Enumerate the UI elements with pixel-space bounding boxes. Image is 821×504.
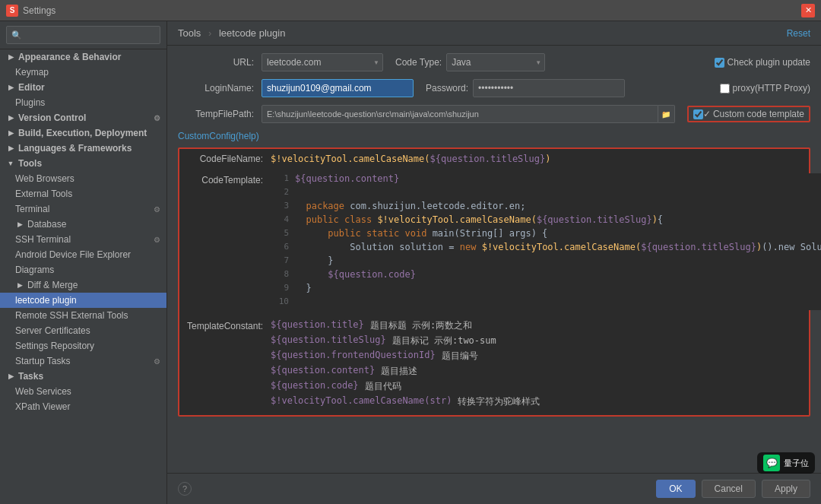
code-line-7: 7 } [271,255,821,269]
arrow-icon: ▶ [6,83,15,92]
sidebar-item-label: Keymap [15,67,49,78]
sidebar-item-terminal[interactable]: Terminal ⚙ [0,201,166,217]
search-input[interactable] [6,26,160,44]
arrow-icon: ▶ [6,128,15,138]
sidebar-item-tools[interactable]: ▼ Tools [0,156,166,171]
const-key: $!velocityTool.camelCaseName(str) [271,395,452,408]
arrow-icon: ▶ [6,113,15,122]
const-key: ${question.code} [271,380,359,393]
sidebar-item-label: Tools [18,158,42,169]
arrow-icon: ▶ [15,281,24,290]
terminal-icon: ⚙ [154,205,160,214]
wechat-label: 量子位 [784,458,809,469]
sidebar-item-label: Database [27,219,66,230]
code-type-label: Code Type: [395,57,442,68]
arrow-icon: ▶ [6,144,15,153]
const-key: ${question.titleSlug} [271,334,386,347]
code-line-8: 8 ${question.code} [271,269,821,283]
sidebar-item-plugins[interactable]: Plugins [0,95,166,110]
sidebar-item-keymap[interactable]: Keymap [0,65,166,80]
const-desc: 题目描述 [381,365,417,378]
sidebar-item-diagrams[interactable]: Diagrams [0,262,166,277]
sidebar-item-label: Remote SSH External Tools [15,310,128,321]
temp-path-input[interactable] [262,105,658,123]
footer: ? OK Cancel Apply [167,473,821,504]
sidebar-item-version-control[interactable]: ▶ Version Control ⚙ [0,110,166,125]
ok-button[interactable]: OK [656,480,695,498]
breadcrumb-separator: › [208,27,211,39]
sidebar-item-xpath-viewer[interactable]: XPath Viewer [0,399,166,414]
cancel-button[interactable]: Cancel [702,480,756,498]
login-input[interactable] [262,79,414,97]
code-line-2: 2 [271,187,821,201]
url-label: URL: [178,57,262,68]
password-input[interactable] [473,79,625,97]
custom-config-link[interactable]: CustomConfig(help) [178,131,259,141]
help-button[interactable]: ? [178,482,192,496]
code-template-row: CodeTemplate: 1 ${question.content} 2 3 [179,169,809,315]
sidebar-item-startup-tasks[interactable]: Startup Tasks ⚙ [0,353,166,369]
const-line-4: ${question.content} 题目描述 [271,365,801,378]
filename-param: ${question.titleSlug} [430,154,546,164]
code-type-group: Code Type: Java [395,53,545,71]
sidebar-item-android[interactable]: Android Device File Explorer [0,247,166,262]
const-desc: 题目编号 [442,350,478,363]
sidebar-item-appearance[interactable]: ▶ Appearance & Behavior [0,49,166,65]
title-bar: S Settings ✕ [0,0,821,21]
sidebar-item-web-browsers[interactable]: Web Browsers [0,171,166,186]
sidebar-search-container [0,21,166,49]
sidebar-item-database[interactable]: ▶ Database [0,217,166,232]
sidebar-item-leetcode-plugin[interactable]: leetcode plugin [0,293,166,308]
check-plugin-label: Check plugin update [727,57,810,68]
sidebar-item-remote-ssh[interactable]: Remote SSH External Tools [0,308,166,323]
sidebar-item-label: Startup Tasks [15,356,70,366]
const-desc: 题目标题 示例:两数之和 [370,319,472,332]
const-key: ${question.title} [271,319,364,332]
content-body: URL: leetcode.com Code Type: Java [167,46,821,473]
temp-path-row: TempFilePath: 📁 ✓ Custom code template [178,105,810,123]
custom-template-box: ✓ Custom code template [687,106,810,122]
sidebar-item-server-certs[interactable]: Server Certificates [0,323,166,338]
login-label: LoginName: [178,83,262,94]
sidebar-item-label: Languages & Frameworks [18,143,132,154]
template-constant-row: TemplateConstant: ${question.title} 题目标题… [179,315,809,415]
sidebar-item-diff-merge[interactable]: ▶ Diff & Merge [0,277,166,293]
sidebar-item-label: XPath Viewer [15,401,71,412]
reset-button[interactable]: Reset [787,28,810,39]
sidebar-item-web-services[interactable]: Web Services [0,384,166,399]
const-line-1: ${question.title} 题目标题 示例:两数之和 [271,319,801,332]
sidebar-item-ssh-terminal[interactable]: SSH Terminal ⚙ [0,232,166,247]
code-type-select-wrapper: Java [446,53,545,71]
code-line-4: 4 public class $!velocityTool.camelCaseN… [271,214,821,228]
apply-button[interactable]: Apply [762,480,810,498]
sidebar: ▶ Appearance & Behavior Keymap ▶ Editor … [0,21,167,504]
sidebar-item-label: Editor [18,82,45,93]
sidebar-item-languages[interactable]: ▶ Languages & Frameworks [0,141,166,156]
sidebar-item-label: Web Services [15,386,71,397]
code-filename-value: $!velocityTool.camelCaseName(${question.… [271,154,550,164]
sidebar-item-build[interactable]: ▶ Build, Execution, Deployment [0,125,166,141]
filename-velocity: $!velocityTool.camelCaseName( [271,154,430,164]
url-select[interactable]: leetcode.com [262,53,383,71]
arrow-icon: ▶ [6,52,15,62]
browse-button[interactable]: 📁 [658,105,675,123]
sidebar-item-settings-repo[interactable]: Settings Repository [0,338,166,353]
code-filename-label: CodeFileName: [187,154,271,164]
custom-template-checkbox[interactable] [693,109,703,119]
sidebar-item-editor[interactable]: ▶ Editor [0,80,166,95]
code-line-1: 1 ${question.content} [271,173,821,187]
sidebar-item-label: Settings Repository [15,341,94,351]
custom-template-group: ✓ Custom code template [687,106,810,122]
code-template-label: CodeTemplate: [187,173,271,310]
check-plugin-checkbox[interactable] [715,58,724,68]
app-icon: S [6,5,18,17]
breadcrumb: Tools › leetcode plugin [178,27,285,39]
sidebar-item-tasks[interactable]: ▶ Tasks [0,369,166,384]
code-type-select[interactable]: Java [446,53,545,71]
sidebar-item-label: Terminal [15,204,49,214]
code-line-9: 9 } [271,283,821,296]
sidebar-item-label: Web Browsers [15,173,74,184]
proxy-checkbox[interactable] [720,84,730,94]
close-button[interactable]: ✕ [801,4,815,17]
sidebar-item-external-tools[interactable]: External Tools [0,186,166,201]
